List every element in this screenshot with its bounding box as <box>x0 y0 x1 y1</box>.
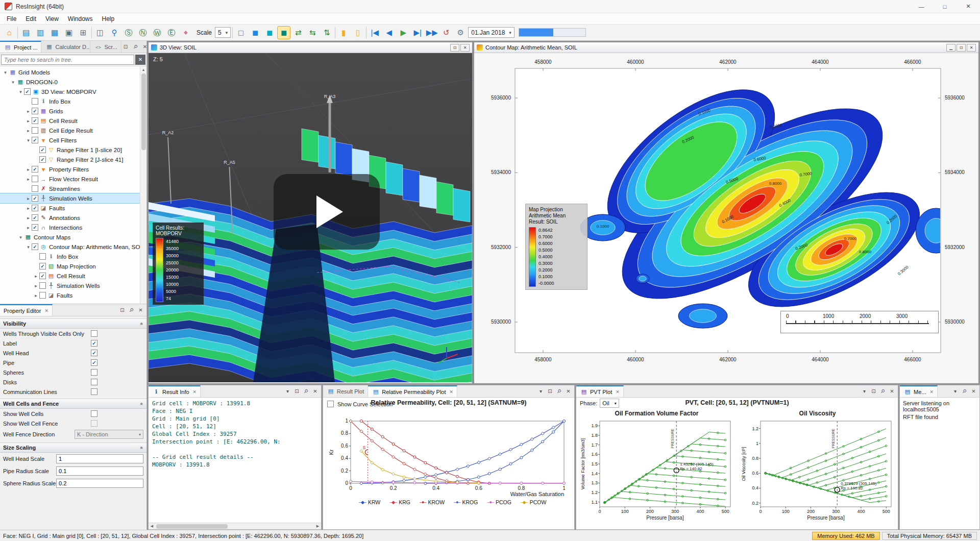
property-checkbox[interactable] <box>91 388 97 395</box>
expander-icon[interactable]: ▾ <box>17 235 24 240</box>
property-editor-tab[interactable]: Property Editor✕ <box>0 304 53 316</box>
tree-item[interactable]: ▸ Annotations <box>0 213 146 223</box>
tree-scrollbar[interactable]: ▲ <box>140 66 146 304</box>
expander-icon[interactable]: ▾ <box>25 244 32 250</box>
property-checkbox[interactable] <box>91 359 97 366</box>
tree-item[interactable]: ▾ Grid Models <box>0 67 146 77</box>
histogram-icon[interactable]: ▮ <box>337 26 350 39</box>
PCOW[interactable]: –◆– PCOW <box>521 499 547 505</box>
window-maximize-icon[interactable]: ⊡ <box>450 44 459 52</box>
result-info-tab[interactable]: Result Info✕ <box>149 385 201 397</box>
window-close-icon[interactable]: ✕ <box>967 44 976 52</box>
tree-checkbox[interactable] <box>32 205 38 211</box>
anim-first-icon[interactable]: |◀ <box>368 26 381 39</box>
property-checkbox[interactable] <box>91 420 97 427</box>
property-checkbox[interactable] <box>91 350 97 356</box>
panel-tab[interactable]: Calculator D... <box>41 41 90 53</box>
tree-checkbox[interactable] <box>39 282 46 289</box>
property-value-input[interactable] <box>56 479 143 488</box>
video-play-button[interactable] <box>274 174 380 250</box>
property-checkbox[interactable] <box>91 369 97 376</box>
window-minimize-icon[interactable]: ▁ <box>946 44 955 52</box>
minimize-button[interactable]: — <box>910 0 933 13</box>
panel-float-button[interactable]: ⊡ <box>121 42 130 51</box>
panel-menu-button[interactable]: ▾ <box>860 387 869 396</box>
expander-icon[interactable]: ▾ <box>10 80 16 85</box>
panel-close-button[interactable]: ✕ <box>564 387 573 396</box>
tree-checkbox[interactable] <box>32 127 38 134</box>
summary-plot-icon[interactable]: ▥ <box>34 26 47 39</box>
flow-arrows3-icon[interactable]: ⇅ <box>320 26 333 39</box>
expander-icon[interactable]: ▸ <box>25 225 32 230</box>
expander-icon[interactable]: ▸ <box>25 215 32 220</box>
plot-main-window-icon[interactable]: ▤ <box>19 26 33 39</box>
anim-ff-icon[interactable]: ▶▶ <box>425 26 438 39</box>
anim-play-icon[interactable]: ▶ <box>397 26 410 39</box>
panel-tab[interactable]: Scr... <box>90 41 121 53</box>
expander-icon[interactable]: ▸ <box>33 274 39 279</box>
expander-icon[interactable]: ▸ <box>25 177 32 182</box>
tree-checkbox[interactable] <box>39 253 46 260</box>
panel-menu-button[interactable]: ▾ <box>536 387 545 396</box>
tree-checkbox[interactable] <box>32 224 38 231</box>
expander-icon[interactable]: ▾ <box>2 70 9 75</box>
panel-close-button[interactable]: ✕ <box>311 387 320 396</box>
contour-map-canvas[interactable]: 4580004580004600004600004620004620004640… <box>474 53 978 383</box>
panel-pin-button[interactable]: ⚲ <box>553 385 565 397</box>
tree-item[interactable]: ▸ Grids <box>0 106 146 116</box>
new-view-icon[interactable]: ▣ <box>62 26 76 39</box>
expander-icon[interactable]: ▸ <box>33 283 39 288</box>
search-clear-button[interactable]: ✕ <box>135 55 145 65</box>
flow-arrows-icon[interactable]: ⇄ <box>291 26 305 39</box>
panel-pin-button[interactable]: ⚲ <box>125 304 137 316</box>
KRG[interactable]: –◆– KRG <box>389 499 410 505</box>
tile-windows-icon[interactable]: ⊞ <box>77 26 90 39</box>
anim-repeat-icon[interactable]: ↺ <box>439 26 453 39</box>
tree-checkbox[interactable] <box>32 214 38 221</box>
panel-close-button[interactable]: ✕ <box>888 387 896 396</box>
tree-item[interactable]: ▸ Faults <box>0 203 146 213</box>
tree-checkbox[interactable] <box>39 263 46 269</box>
window-maximize-icon[interactable]: ⊡ <box>957 44 966 52</box>
close-button[interactable]: ✕ <box>957 0 980 13</box>
toolbar-icon[interactable] <box>232 27 233 38</box>
tree-item[interactable]: ▸ Cell Result <box>0 271 146 281</box>
zoom-box-icon[interactable]: ⌖ <box>179 26 192 39</box>
tree-item[interactable]: Range Filter 1 [I-slice 20] <box>0 145 146 155</box>
property-checkbox[interactable] <box>91 330 97 337</box>
property-checkbox[interactable] <box>91 410 97 417</box>
menu-item[interactable]: Windows <box>63 14 97 24</box>
panel-pin-button[interactable]: ⚲ <box>129 40 141 53</box>
tree-checkbox[interactable] <box>32 166 38 173</box>
menu-item[interactable]: Help <box>97 14 119 24</box>
KROG[interactable]: –●– KROG <box>454 499 478 505</box>
toolbar-icon[interactable] <box>91 27 92 38</box>
tree-item[interactable]: ▸ Flow Vector Result <box>0 174 146 184</box>
tree-item[interactable]: ▸ Simulation Wells <box>0 281 146 290</box>
window-close-icon[interactable]: ✕ <box>460 44 470 52</box>
tree-item[interactable]: Info Box <box>0 252 146 261</box>
section-fence[interactable]: Well Cells and Fence« <box>0 399 146 409</box>
tree-checkbox[interactable] <box>39 292 46 299</box>
expander-icon[interactable]: ▾ <box>25 138 32 143</box>
tree-item[interactable]: ▾ Contour Map: Arithmetic Mean, SOIL <box>0 242 146 252</box>
menu-item[interactable]: File <box>2 14 21 24</box>
expander-icon[interactable]: ▸ <box>25 167 32 172</box>
tree-checkbox[interactable] <box>32 176 38 182</box>
tab-close-icon[interactable]: ✕ <box>193 389 197 395</box>
PCOG[interactable]: –●– PCOG <box>487 499 511 505</box>
tree-item[interactable]: ▾ Cell Filters <box>0 135 146 145</box>
tree-checkbox[interactable] <box>32 243 38 250</box>
tree-item[interactable]: ▸ Property Filters <box>0 164 146 174</box>
tree-item[interactable]: ▾ 3D View: MOBPORV <box>0 87 146 96</box>
view3d-canvas[interactable]: R_A2R_A5R_A3 Z: 5 Cell Results: MOBPORV … <box>149 53 472 383</box>
KROW[interactable]: –●– KROW <box>420 499 445 505</box>
expander-icon[interactable]: ▸ <box>25 196 32 201</box>
menu-item[interactable]: Edit <box>21 14 41 24</box>
tree-checkbox[interactable] <box>32 98 38 105</box>
flow-arrows2-icon[interactable]: ⇆ <box>306 26 319 39</box>
tree-item[interactable]: Map Projection <box>0 261 146 271</box>
section-visibility[interactable]: Visibility« <box>0 318 146 329</box>
expander-icon[interactable]: ▸ <box>25 128 32 133</box>
show-curve-selection-checkbox[interactable] <box>327 401 334 407</box>
